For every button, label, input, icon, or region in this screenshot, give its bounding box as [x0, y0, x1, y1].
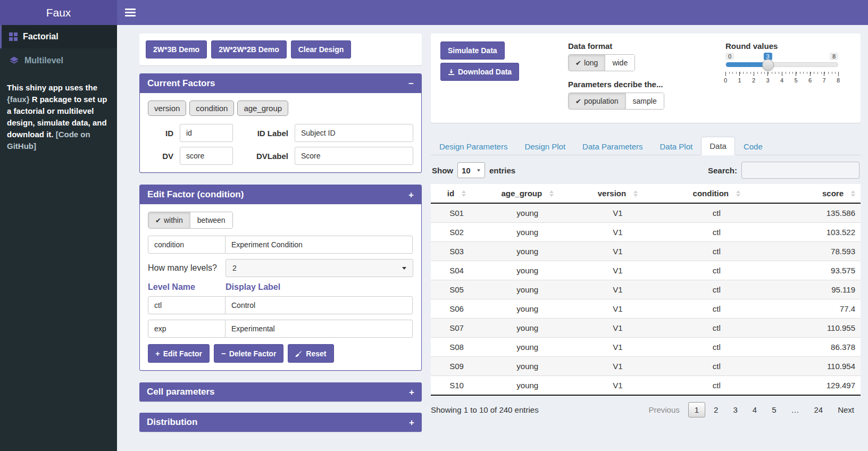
cell-condition: ctl [663, 223, 770, 242]
cell-score: 103.522 [770, 223, 861, 242]
simulate-actions: Simulate Data Download Data [440, 41, 568, 115]
level-1-name-field[interactable] [148, 296, 226, 314]
cell-id: S07 [431, 319, 482, 338]
tab-data[interactable]: Data [701, 137, 735, 155]
id-label: ID [148, 129, 173, 138]
factor-pill-version[interactable]: version [148, 101, 186, 116]
page-button-5[interactable]: 5 [765, 402, 782, 417]
long-option[interactable]: ✔ long [569, 55, 605, 71]
button-label: Edit Factor [163, 349, 202, 358]
sort-icon [549, 190, 554, 197]
cell-age-group: young [482, 376, 573, 396]
distribution-panel[interactable]: Distribution + [139, 413, 422, 432]
page-button-24[interactable]: 24 [807, 402, 829, 417]
page-size-select[interactable]: 10 [457, 162, 485, 178]
column-header-condition[interactable]: condition [663, 184, 770, 203]
description-text: This shiny app uses the [7, 83, 97, 92]
id-field[interactable] [180, 124, 233, 142]
plus-icon: + [155, 349, 160, 358]
search-input[interactable] [741, 162, 859, 179]
check-icon: ✔ [155, 216, 161, 224]
page-button-4[interactable]: 4 [746, 402, 763, 417]
level-1-label-field[interactable] [225, 296, 413, 314]
cell-condition: ctl [663, 376, 770, 396]
column-header-version[interactable]: version [573, 184, 663, 203]
cell-score: 110.955 [770, 319, 861, 338]
cell-condition: ctl [663, 242, 770, 261]
level-2-label-field[interactable] [225, 320, 413, 338]
population-option[interactable]: ✔ population [569, 93, 625, 109]
factor-name-field[interactable] [148, 236, 226, 254]
tick-label: 7 [822, 77, 825, 83]
sample-option[interactable]: sample [625, 93, 664, 109]
cell-score: 78.593 [770, 242, 861, 261]
tab-code[interactable]: Code [735, 137, 771, 155]
demo-2w3b-button[interactable]: 2W*3B Demo [146, 40, 207, 59]
faux-package-link[interactable]: {faux} [7, 95, 30, 104]
between-option[interactable]: between [190, 212, 232, 228]
cell-parameters-panel[interactable]: Cell parameters + [139, 382, 422, 402]
id-label-field[interactable] [295, 124, 413, 142]
option-label: population [584, 97, 619, 105]
factor-display-label-field[interactable] [225, 236, 413, 254]
dvlabel-field[interactable] [295, 147, 413, 165]
collapse-plus-icon[interactable]: + [409, 388, 414, 397]
demo-2w2w2b-button[interactable]: 2W*2W*2B Demo [211, 40, 287, 59]
grid-icon [9, 32, 18, 41]
wide-option[interactable]: wide [605, 55, 635, 71]
tab-data-parameters[interactable]: Data Parameters [574, 137, 651, 155]
sidebar-item-multilevel[interactable]: Multilevel [0, 48, 117, 72]
round-values-slider: 0 3 8 0 1 2 3 4 5 6 7 [725, 62, 838, 94]
table-row: S08youngV1ctl86.378 [431, 338, 861, 357]
dv-field[interactable] [180, 147, 233, 165]
id-dv-form: ID ID Label DV DVLabel [148, 124, 413, 165]
levels-count-select[interactable]: 2 [226, 259, 413, 277]
factor-pill-condition[interactable]: condition [189, 101, 234, 116]
clear-design-button[interactable]: Clear Design [291, 40, 352, 59]
chevron-down-icon [402, 267, 406, 270]
cell-age-group: young [482, 338, 573, 357]
tick-label: 2 [752, 77, 755, 83]
column-header-age-group[interactable]: age_group [482, 184, 573, 203]
download-data-button[interactable]: Download Data [440, 63, 519, 81]
simulate-data-button[interactable]: Simulate Data [440, 41, 505, 60]
page-button-3[interactable]: 3 [727, 402, 744, 417]
collapse-plus-icon[interactable]: + [409, 418, 414, 427]
delete-factor-button[interactable]: − Delete Factor [214, 344, 283, 363]
slider-track[interactable] [725, 62, 838, 67]
edit-factor-body: ✔ within between How many levels? 2 [140, 204, 421, 370]
result-tabs: Design Parameters Design Plot Data Param… [431, 137, 861, 155]
column-header-score[interactable]: score [770, 184, 861, 203]
collapse-minus-icon[interactable]: − [408, 79, 414, 88]
current-factors-body: version condition age_group ID ID Label … [140, 93, 421, 172]
page-button-1[interactable]: 1 [688, 402, 705, 417]
levels-question-label: How many levels? [148, 263, 226, 273]
edit-factor-box: Edit Factor (condition) + ✔ within betwe… [139, 185, 422, 371]
simulate-card: Simulate Data Download Data Data format … [431, 34, 861, 123]
tab-design-parameters[interactable]: Design Parameters [431, 137, 516, 155]
selected-value: 10 [462, 166, 471, 175]
level-2-name-field[interactable] [148, 320, 226, 338]
sidebar-item-factorial[interactable]: Factorial [0, 25, 117, 48]
cell-id: S08 [431, 338, 482, 357]
check-icon: ✔ [575, 59, 581, 67]
page-button-2[interactable]: 2 [707, 402, 724, 417]
design-column: 2W*3B Demo 2W*2W*2B Demo Clear Design Cu… [139, 34, 422, 446]
sidebar-toggle-icon[interactable] [125, 7, 136, 18]
main-content: 2W*3B Demo 2W*2W*2B Demo Clear Design Cu… [117, 25, 868, 451]
cell-score: 110.954 [770, 357, 861, 376]
table-row: S09youngV1ctl110.954 [431, 357, 861, 376]
edit-factor-button[interactable]: + Edit Factor [148, 344, 210, 363]
reset-button[interactable]: Reset [288, 344, 333, 363]
within-option[interactable]: ✔ within [148, 212, 190, 228]
cell-age-group: young [482, 223, 573, 242]
column-header-id[interactable]: id [431, 184, 482, 203]
slider-handle[interactable] [762, 59, 774, 71]
tab-design-plot[interactable]: Design Plot [516, 137, 574, 155]
next-page-button[interactable]: Next [831, 402, 861, 417]
collapse-plus-icon[interactable]: + [408, 190, 414, 199]
factor-pill-age-group[interactable]: age_group [237, 101, 288, 116]
previous-page-button[interactable]: Previous [642, 402, 686, 417]
tab-data-plot[interactable]: Data Plot [652, 137, 702, 155]
app-logo[interactable]: Faux [0, 0, 117, 25]
